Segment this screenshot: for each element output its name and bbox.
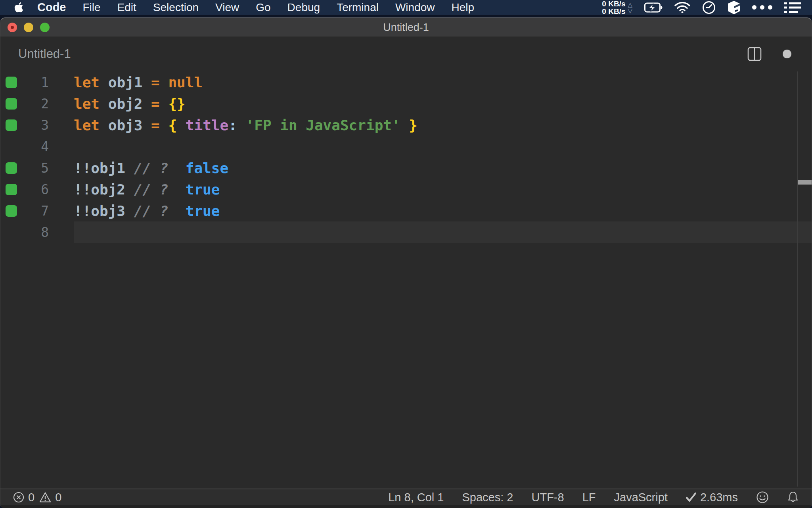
vscode-window: Untitled-1 Untitled-1 1 let obj1 = null — [0, 17, 812, 508]
status-bar: 0 0 Ln 8, Col 1 Spaces: 2 UTF-8 LF JavaS… — [0, 489, 812, 505]
menu-item-go[interactable]: Go — [247, 1, 279, 14]
code-token: // ? — [134, 181, 177, 198]
code-token: { — [168, 117, 185, 133]
eol-setting[interactable]: LF — [582, 491, 596, 504]
quokka-inline-result: true — [177, 181, 220, 198]
menu-item-debug[interactable]: Debug — [279, 1, 329, 14]
line-number: 5 — [20, 160, 49, 176]
editor-group-header: Untitled-1 — [0, 37, 812, 71]
code-line: 5 !!obj1 // ? false — [0, 157, 812, 179]
unsaved-dot-icon — [11, 26, 14, 29]
dirty-file-indicator[interactable] — [782, 49, 792, 59]
notifications-bell-button[interactable] — [787, 491, 799, 504]
code-token: !!obj3 — [74, 203, 134, 219]
code-line: 3 let obj3 = { title: 'FP in JavaScript'… — [0, 114, 812, 136]
network-speed-indicator[interactable]: 0 KB/s 0 KB/s △ ▽ — [602, 0, 632, 15]
code-line: 6 !!obj2 // ? true — [0, 179, 812, 200]
code-line: 7 !!obj3 // ? true — [0, 200, 812, 221]
code-token: let — [74, 74, 108, 90]
code-token: !!obj1 — [74, 160, 134, 176]
open-file-label[interactable]: Untitled-1 — [18, 47, 71, 61]
code-token: = — [151, 96, 168, 112]
quokka-inline-result: false — [177, 160, 228, 176]
menu-item-code[interactable]: Code — [29, 1, 75, 14]
cube-app-icon[interactable] — [728, 0, 740, 15]
window-bottom-edge — [0, 505, 812, 508]
indentation-setting[interactable]: Spaces: 2 — [462, 491, 513, 504]
line-number: 6 — [20, 182, 49, 197]
language-mode[interactable]: JavaScript — [614, 491, 668, 504]
line-number: 2 — [20, 96, 49, 112]
line-number: 7 — [20, 203, 49, 219]
window-title-bar[interactable]: Untitled-1 — [0, 18, 812, 37]
code-token: = — [151, 74, 168, 90]
network-upload-speed: 0 KB/s — [602, 0, 625, 8]
menu-item-terminal[interactable]: Terminal — [328, 1, 387, 14]
line-number: 1 — [20, 75, 49, 90]
code-token: obj2 — [108, 96, 151, 112]
menu-item-view[interactable]: View — [207, 1, 247, 14]
code-line: 1 let obj1 = null — [0, 71, 812, 93]
menu-item-window[interactable]: Window — [387, 1, 443, 14]
cursor-position[interactable]: Ln 8, Col 1 — [388, 491, 444, 504]
code-line: 2 let obj2 = {} — [0, 93, 812, 114]
feedback-smiley-button[interactable] — [756, 491, 769, 504]
line-number: 4 — [20, 139, 49, 154]
code-line-current[interactable]: 8 — [0, 221, 812, 243]
code-token: = — [151, 117, 168, 133]
quokka-coverage-square — [6, 205, 17, 217]
quokka-coverage-square — [6, 162, 17, 174]
problems-errors[interactable]: 0 — [13, 491, 34, 504]
menu-item-edit[interactable]: Edit — [109, 1, 145, 14]
apple-menu-icon[interactable] — [14, 2, 23, 13]
menu-item-selection[interactable]: Selection — [145, 1, 207, 14]
warning-icon — [39, 492, 51, 503]
code-token: let — [74, 117, 108, 133]
code-token: obj3 — [108, 117, 151, 133]
network-arrows-icon: △ ▽ — [628, 2, 632, 13]
code-token: obj1 — [108, 74, 151, 90]
menu-item-help[interactable]: Help — [443, 1, 483, 14]
code-token: 'FP in JavaScript' — [246, 117, 400, 133]
window-title: Untitled-1 — [383, 21, 429, 34]
code-token: } — [400, 117, 417, 133]
problems-warnings[interactable]: 0 — [39, 491, 61, 504]
code-token: let — [74, 96, 108, 112]
network-download-speed: 0 KB/s — [602, 8, 625, 15]
code-token: {} — [168, 96, 185, 112]
code-token: // ? — [134, 160, 177, 176]
minimize-window-button[interactable] — [24, 23, 33, 32]
clock-icon[interactable] — [702, 1, 716, 14]
code-editor[interactable]: 1 let obj1 = null 2 let obj2 = {} 3 let … — [0, 71, 812, 243]
quokka-coverage-square — [6, 77, 17, 88]
battery-charging-icon[interactable] — [644, 2, 663, 13]
code-line: 4 — [0, 136, 812, 157]
quokka-coverage-square — [6, 119, 17, 131]
file-encoding[interactable]: UTF-8 — [531, 491, 564, 504]
wifi-icon[interactable] — [674, 2, 690, 13]
zoom-window-button[interactable] — [40, 23, 50, 32]
bell-icon — [787, 491, 799, 504]
quokka-inline-result: true — [177, 203, 220, 219]
split-editor-button[interactable] — [747, 47, 762, 61]
smiley-icon — [756, 491, 769, 504]
code-token: !!obj2 — [74, 181, 134, 198]
code-token: title — [186, 117, 228, 133]
menu-item-file[interactable]: File — [75, 1, 109, 14]
code-token: : — [228, 117, 245, 133]
overview-ruler-divider — [797, 71, 798, 487]
code-token: // ? — [134, 203, 177, 219]
more-menu-icon[interactable] — [752, 5, 772, 10]
check-icon — [686, 493, 696, 502]
macos-menu-bar: Code File Edit Selection View Go Debug T… — [0, 0, 812, 15]
close-window-button[interactable] — [8, 23, 17, 32]
line-number: 8 — [20, 225, 49, 240]
code-token: null — [168, 74, 203, 90]
quokka-coverage-square — [6, 98, 17, 110]
window-controls — [8, 23, 50, 32]
quokka-coverage-square — [6, 184, 17, 195]
line-number: 3 — [20, 117, 49, 133]
quokka-status[interactable]: 2.63ms — [686, 491, 738, 504]
overview-ruler-marker[interactable] — [798, 180, 812, 185]
list-menu-icon[interactable] — [784, 2, 801, 13]
